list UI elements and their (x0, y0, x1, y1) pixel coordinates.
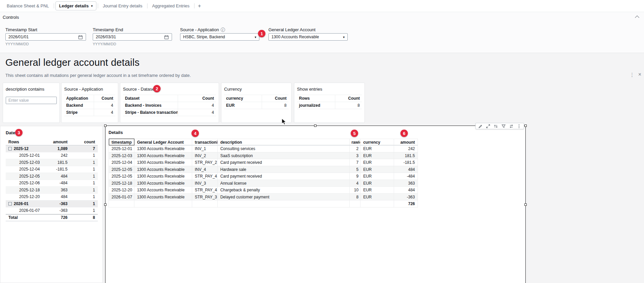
column-header-rawid[interactable]: rawid (350, 139, 360, 145)
date-row-count: 1 (70, 181, 98, 185)
date-pivot-visual[interactable]: Date Rows amount count −2025-121,0897202… (0, 126, 103, 283)
date-row-detail[interactable]: 2025-12-054841 (6, 173, 98, 180)
details-table-row[interactable]: 2025-12-051300 Accounts ReceivableINV_4H… (109, 166, 418, 173)
filter-col-header: Application (64, 95, 94, 102)
cell-rawid: 7 (350, 159, 360, 166)
chevron-up-icon[interactable] (635, 15, 639, 20)
date-row-label: −2025-12 (6, 146, 43, 151)
filter-option-row[interactable]: Backend4 (64, 102, 115, 109)
filter-col-header: Dataset (123, 95, 178, 102)
date-row-detail[interactable]: 2025-12-04-181.51 (6, 166, 98, 173)
date-row-label: −2026-01 (6, 201, 43, 206)
details-table-row[interactable]: 2025-12-201300 Accounts ReceivableSTR_PA… (109, 187, 418, 194)
filter-option-label: Backend (64, 102, 94, 109)
date-row-detail[interactable]: 2025-12-012421 (6, 152, 98, 159)
cell-transactionid: INV_1 (192, 145, 218, 152)
tab-balance-sheet-pnl[interactable]: Balance Sheet & PNL (2, 1, 54, 10)
details-table-row[interactable]: 2025-12-051300 Accounts ReceivableSTR_PA… (109, 173, 418, 180)
filter-option-row[interactable]: journalized8 (297, 102, 362, 109)
general-ledger-account-dropdown[interactable]: 1300 Accounts Receivable ▾ (268, 33, 348, 41)
column-header-count[interactable]: count (70, 140, 98, 144)
cell-currency: EUR (360, 152, 394, 159)
details-table-row[interactable]: 2025-12-181300 Accounts ReceivableINV_3A… (109, 180, 418, 187)
filter-card-source-dataset: Source - Dataset Dataset Count Backend -… (120, 83, 219, 123)
cell-currency: EUR (360, 173, 394, 180)
date-row-detail[interactable]: 2026-01-07-3631 (6, 207, 98, 215)
date-row-group[interactable]: −2026-01-3631 (6, 200, 98, 207)
drill-swap-icon[interactable] (509, 124, 514, 129)
column-header-account[interactable]: General Ledger Account (134, 139, 192, 145)
resize-handle[interactable] (524, 203, 527, 206)
add-sheet-button[interactable]: + (195, 1, 204, 11)
resize-handle[interactable] (104, 203, 106, 206)
format-visual-icon[interactable] (478, 124, 483, 129)
column-header-currency[interactable]: currency (360, 139, 394, 145)
column-header-rows[interactable]: Rows (6, 140, 43, 144)
resize-handle[interactable] (314, 125, 316, 127)
date-row-amount: -363 (43, 201, 70, 206)
collapse-icon[interactable]: − (8, 147, 12, 150)
input-value: 2026/03/31 (96, 35, 116, 39)
column-header-amount[interactable]: amount (43, 140, 70, 144)
details-table-row[interactable]: 2025-12-031300 Accounts ReceivableINV_2S… (109, 152, 418, 159)
timestamp-end-input[interactable]: 2026/03/31 (93, 33, 172, 41)
tab-journal-entry-details[interactable]: Journal Entry details (98, 1, 147, 10)
column-header-description[interactable]: description (218, 139, 350, 145)
date-row-detail[interactable]: 2025-12-204841 (6, 194, 98, 201)
details-table-row[interactable]: 2025-12-011300 Accounts ReceivableINV_1C… (109, 145, 418, 152)
calendar-icon[interactable] (164, 35, 169, 40)
date-row-group[interactable]: −2025-121,0897 (6, 145, 98, 152)
cell-transactionid: STR_PAY_2 (192, 159, 218, 166)
close-icon[interactable]: × (638, 72, 641, 78)
filter-option-label: Backend - Invoices (123, 102, 178, 109)
chevron-down-icon: ▾ (91, 4, 93, 8)
date-row-detail[interactable]: 2025-12-03181.51 (6, 159, 98, 166)
details-table-row[interactable]: 2026-01-071300 Accounts ReceivableSTR_PA… (109, 194, 418, 201)
cell-description: Consulting services (218, 145, 350, 152)
cell-timestamp: 2025-12-04 (109, 159, 134, 166)
date-row-total[interactable]: Total7268 (6, 214, 98, 221)
sort-icon[interactable] (493, 124, 498, 129)
calendar-icon[interactable] (78, 35, 83, 40)
cell-description: Annual license (218, 180, 350, 187)
column-header-amount[interactable]: amount (394, 139, 418, 145)
tab-ledger-details[interactable]: Ledger details ▾ (55, 1, 96, 10)
cell-timestamp: 2025-12-05 (109, 173, 134, 180)
cell-timestamp: 2025-12-01 (109, 145, 134, 152)
cell-timestamp: 2025-12-03 (109, 152, 134, 159)
date-row-detail[interactable]: 2025-12-06-4841 (6, 180, 98, 187)
filter-option-count: 4 (178, 109, 216, 116)
details-table-row[interactable]: 2025-12-041300 Accounts ReceivableSTR_PA… (109, 159, 418, 166)
resize-handle[interactable] (104, 125, 106, 127)
sheet-menu-icon[interactable]: ⋮ (630, 72, 635, 78)
menu-options-icon[interactable] (517, 124, 521, 129)
cell-currency: EUR (360, 166, 394, 173)
filter-option-row[interactable]: Backend - Invoices4 (123, 102, 216, 109)
maximize-icon[interactable] (486, 124, 490, 129)
description-filter-input[interactable] (6, 97, 57, 104)
source-application-dropdown[interactable]: HSBC, Stripe, Backend ▾ (180, 33, 259, 41)
date-row-label: 2026-01-07 (6, 208, 43, 213)
tab-aggregated-entries[interactable]: Aggregated Entries (147, 1, 194, 10)
filter-option-row[interactable]: Stripe4 (64, 109, 115, 116)
date-row-detail[interactable]: 2025-12-183631 (6, 187, 98, 194)
filter-icon[interactable] (501, 124, 506, 129)
column-header-timestamp[interactable]: timestamp (109, 139, 134, 145)
cell-timestamp: 2025-12-18 (109, 180, 134, 187)
date-row-count: 8 (70, 215, 98, 220)
collapse-icon[interactable]: − (8, 202, 12, 205)
filter-option-row[interactable]: EUR8 (224, 102, 289, 109)
timestamp-start-input[interactable]: 2026/01/01 (5, 33, 86, 41)
resize-handle[interactable] (524, 125, 527, 127)
filter-col-header: currency (224, 95, 262, 102)
cell-account: 1300 Accounts Receivable (134, 159, 192, 166)
cell-rawid: 3 (350, 152, 360, 159)
cell-account: 1300 Accounts Receivable (134, 152, 192, 159)
info-icon[interactable]: i (221, 28, 225, 32)
filter-card-title: Source - Dataset (120, 83, 219, 95)
cell-transactionid: STR_PAY_4 (192, 187, 218, 194)
filter-option-row[interactable]: Stripe - Balance transactions4 (123, 109, 216, 116)
date-row-count: 1 (70, 201, 98, 206)
column-header-transactionid[interactable]: transactionid (192, 139, 218, 145)
details-table-visual[interactable]: Details timestamp General Ledger Account… (105, 126, 526, 283)
